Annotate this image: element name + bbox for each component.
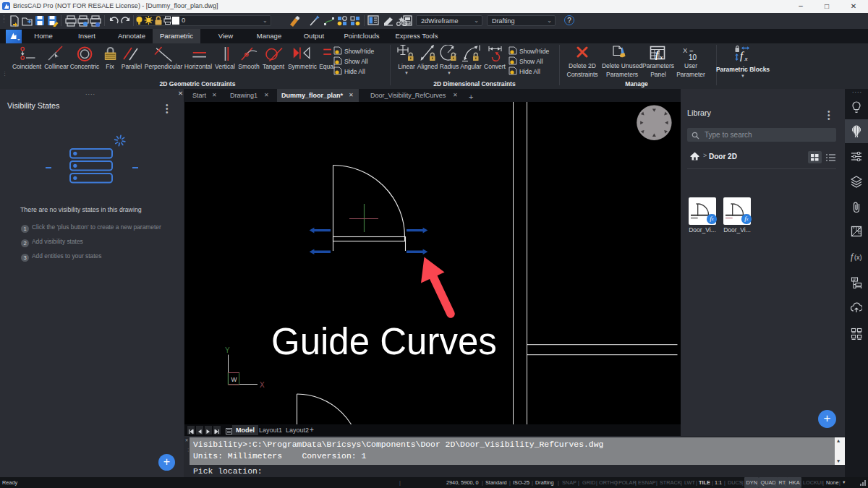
svg-text:10: 10 <box>689 53 697 60</box>
svg-text:W: W <box>231 376 237 383</box>
svg-text:X: X <box>260 381 265 389</box>
svg-text:Guide Curves: Guide Curves <box>271 321 497 362</box>
svg-text:x: x <box>659 53 663 61</box>
svg-text:f: f <box>740 50 744 61</box>
svg-text:(x): (x) <box>854 254 862 261</box>
svg-text:x: x <box>744 55 748 61</box>
svg-text:Y: Y <box>225 346 230 354</box>
